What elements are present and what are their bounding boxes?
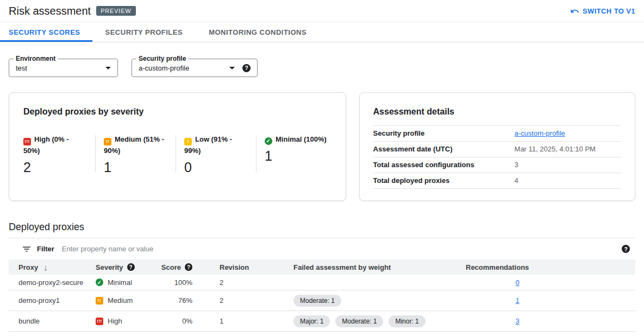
score-value: 76% (175, 296, 209, 305)
revision-value: 1 (209, 317, 276, 325)
filter-label: Filter (37, 245, 54, 253)
security-profile-help-icon[interactable]: ? (242, 64, 251, 72)
score-value: 100% (175, 278, 209, 287)
assessment-card-title: Assessment details (373, 107, 621, 117)
failed-assessment-cell: Moderate: 1 (276, 295, 451, 307)
summary-cards: Deployed proxies by severity !!!High (0%… (9, 92, 635, 201)
tab-bar: SECURITY SCORES SECURITY PROFILES MONITO… (0, 22, 644, 42)
sort-descending-icon[interactable]: ↓ (43, 263, 48, 272)
dropdown-caret-icon (105, 67, 111, 69)
severity-card-title: Deployed proxies by severity (23, 107, 332, 117)
proxy-name: bundle (9, 317, 96, 325)
environment-select-label: Environment (14, 55, 58, 62)
stat-high-value: 2 (23, 160, 87, 175)
recommendations-link[interactable]: 3 (515, 317, 519, 325)
medium-severity-icon: !! (96, 297, 103, 305)
security-profile-select-value: a-custom-profile (139, 64, 224, 72)
minimal-severity-icon: ✓ (265, 137, 272, 145)
preview-badge: PREVIEW (96, 6, 135, 16)
severity-help-icon[interactable]: ? (127, 263, 135, 271)
minimal-severity-icon: ✓ (96, 278, 103, 286)
column-header-score[interactable]: Score ? (175, 263, 209, 271)
severity-stats: !!!High (0% - 50%) 2 !!Medium (51% - 90%… (23, 134, 332, 175)
table-header-row: Proxy ↓ Severity ? Score ? Revision Fail… (9, 259, 635, 275)
security-profile-link[interactable]: a-custom-profile (515, 129, 565, 137)
detail-row-assessment-date: Assessment date (UTC) Mar 11, 2025, 4:01… (373, 142, 621, 157)
deployed-proxies-title: Deployed proxies (9, 221, 635, 233)
weight-chip: Minor: 1 (389, 315, 425, 327)
stat-medium: !!Medium (51% - 90%) 1 (104, 134, 167, 175)
page-title: Risk assessment (9, 5, 91, 17)
column-header-revision[interactable]: Revision (209, 263, 276, 271)
stat-low-value: 0 (184, 160, 248, 175)
severity-label: Medium (108, 296, 133, 305)
switch-to-v1-label: SWITCH TO V1 (583, 7, 635, 15)
stat-high: !!!High (0% - 50%) 2 (23, 134, 87, 175)
filter-list-icon (22, 244, 32, 254)
environment-select-value: test (16, 64, 100, 72)
stat-divider (176, 135, 176, 172)
revision-value: 2 (209, 296, 276, 305)
table-row: demo-proxy2-secure ✓ Minimal 100% 2 0 (9, 275, 635, 290)
environment-select[interactable]: Environment test (9, 59, 118, 77)
stat-minimal-value: 1 (265, 148, 328, 164)
proxy-name: demo-proxy2-secure (9, 278, 96, 287)
stat-minimal: ✓Minimal (100%) 1 (265, 134, 328, 175)
proxy-name: demo-proxy1 (9, 296, 96, 305)
stat-minimal-label: Minimal (100%) (276, 135, 327, 143)
tab-security-scores[interactable]: SECURITY SCORES (0, 22, 92, 42)
severity-summary-card: Deployed proxies by severity !!!High (0%… (9, 92, 346, 201)
weight-chip: Major: 1 (293, 315, 330, 327)
table-filter-bar: Filter ? (9, 238, 635, 259)
page-header: Risk assessment PREVIEW SWITCH TO V1 (0, 0, 644, 22)
column-header-failed-assessment[interactable]: Failed assessment by weight (276, 263, 451, 271)
stat-divider (256, 135, 257, 172)
filters-row: Environment test Security profile a-cust… (9, 59, 635, 77)
recommendations-link[interactable]: 0 (515, 278, 519, 287)
high-severity-icon: !!! (96, 318, 103, 325)
tab-monitoring-conditions[interactable]: MONITORING CONDITIONS (196, 22, 320, 42)
stat-medium-value: 1 (104, 160, 167, 175)
table-help-icon[interactable]: ? (622, 245, 630, 253)
column-header-recommendations[interactable]: Recommendations (451, 263, 635, 271)
table-filter-input[interactable] (62, 245, 622, 253)
detail-row-total-configurations: Total assessed configurations 3 (373, 157, 621, 173)
assessment-detail-rows: Security profile a-custom-profile Assess… (373, 125, 621, 189)
weight-chip: Moderate: 1 (335, 315, 383, 327)
detail-row-security-profile: Security profile a-custom-profile (373, 125, 621, 142)
severity-label: High (108, 317, 122, 325)
security-profile-select-label: Security profile (136, 55, 188, 62)
detail-row-total-proxies: Total deployed proxies 4 (373, 173, 621, 189)
deployed-proxies-table-block: Filter ? Proxy ↓ Severity ? Score ? Revi… (9, 238, 635, 332)
revision-value: 2 (209, 278, 276, 287)
weight-chip: Moderate: 1 (293, 295, 341, 307)
table-row: demo-proxy1 !! Medium 76% 2 Moderate: 1 … (9, 290, 635, 311)
table-row: bundle !!! High 0% 1 Major: 1 Moderate: … (9, 311, 635, 332)
switch-to-v1-link[interactable]: SWITCH TO V1 (570, 7, 635, 16)
medium-severity-icon: !! (104, 138, 111, 145)
stat-divider (95, 135, 96, 172)
high-severity-icon: !!! (23, 138, 31, 145)
stat-low: !Low (91% - 99%) 0 (184, 134, 248, 175)
stat-medium-label: Medium (51% - 90%) (104, 135, 164, 155)
severity-label: Minimal (108, 278, 132, 287)
column-header-proxy[interactable]: Proxy ↓ (9, 263, 96, 272)
score-help-icon[interactable]: ? (185, 263, 192, 271)
tab-security-profiles[interactable]: SECURITY PROFILES (92, 22, 196, 42)
failed-assessment-cell: Major: 1 Moderate: 1 Minor: 1 (276, 315, 451, 327)
security-profile-select[interactable]: Security profile a-custom-profile ? (132, 59, 258, 77)
assessment-details-card: Assessment details Security profile a-cu… (359, 92, 635, 201)
dropdown-caret-icon (229, 67, 235, 69)
undo-icon (570, 7, 579, 16)
score-value: 0% (175, 317, 209, 325)
recommendations-link[interactable]: 1 (515, 296, 519, 305)
low-severity-icon: ! (184, 138, 192, 145)
